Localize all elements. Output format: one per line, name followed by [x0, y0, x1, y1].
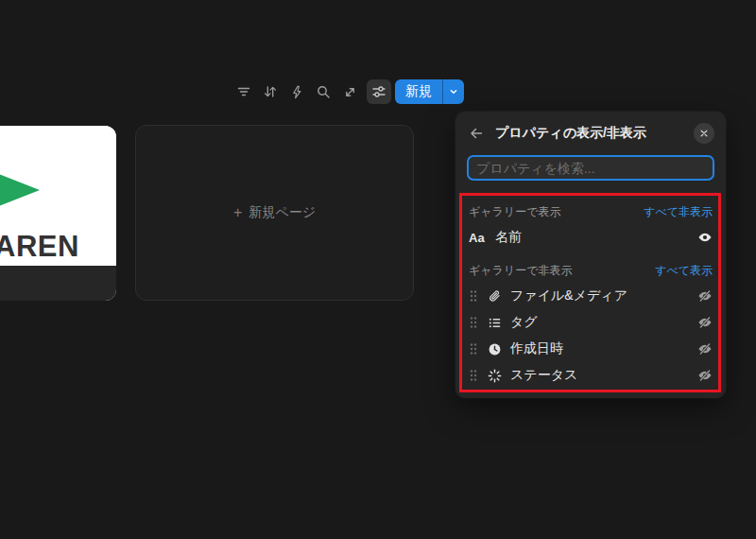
shown-section-header: ギャラリーで表示 すべて非表示	[469, 200, 713, 224]
property-label: 作成日時	[510, 340, 697, 357]
property-row-status[interactable]: ステータス	[469, 362, 713, 389]
back-arrow-icon[interactable]	[469, 126, 484, 141]
filter-icon[interactable]	[232, 79, 256, 104]
hide-all-link[interactable]: すべて非表示	[644, 204, 713, 220]
eye-off-icon[interactable]	[697, 368, 713, 383]
property-label: ステータス	[510, 367, 697, 384]
spinner-icon	[486, 369, 503, 383]
property-row-name[interactable]: Aa 名前	[469, 224, 713, 251]
drag-handle-icon[interactable]	[469, 341, 478, 356]
property-row-tags[interactable]: タグ	[469, 309, 713, 336]
property-list: ギャラリーで表示 すべて非表示 Aa 名前 ギャラリーで非表示 すべて表示	[455, 181, 726, 398]
expand-icon[interactable]	[337, 79, 362, 104]
hidden-section-header: ギャラリーで非表示 すべて表示	[469, 258, 713, 283]
new-page-card[interactable]: + 新規ページ	[135, 125, 414, 301]
section-label: ギャラリーで表示	[469, 204, 560, 220]
drag-handle-icon[interactable]	[469, 315, 478, 330]
bulleted-list-icon	[486, 316, 503, 330]
new-button-label[interactable]: 新規	[395, 79, 442, 104]
view-settings-icon[interactable]	[367, 79, 391, 104]
property-label: 名前	[495, 229, 697, 246]
view-toolbar	[232, 79, 391, 104]
drag-handle-icon[interactable]	[469, 368, 478, 383]
property-row-created-time[interactable]: 作成日時	[469, 336, 713, 362]
chevron-down-icon[interactable]	[443, 79, 464, 104]
clock-icon	[486, 342, 503, 356]
section-label: ギャラリーで非表示	[469, 263, 572, 279]
property-search-box[interactable]	[467, 155, 714, 181]
eye-icon[interactable]	[697, 230, 713, 245]
close-icon[interactable]	[694, 123, 714, 144]
property-row-files[interactable]: ファイル&メディア	[469, 283, 713, 309]
eye-off-icon[interactable]	[697, 288, 713, 304]
show-all-link[interactable]: すべて表示	[655, 263, 713, 279]
panel-header: プロパティの表示/非表示	[455, 112, 726, 155]
property-search-input[interactable]	[476, 161, 705, 176]
play-triangle-logo	[0, 163, 40, 217]
property-label: ファイル&メディア	[510, 287, 697, 304]
card-footer	[0, 266, 116, 301]
drag-handle-icon[interactable]	[469, 288, 478, 304]
card-cover-image: AREN	[0, 126, 116, 266]
property-visibility-panel: プロパティの表示/非表示 ギャラリーで表示 すべて非表示 Aa 名前 ギャラリー…	[455, 112, 726, 398]
new-page-label: 新規ページ	[249, 204, 316, 221]
eye-off-icon[interactable]	[697, 341, 713, 356]
plus-icon: +	[233, 204, 242, 221]
gallery-card-logo[interactable]: AREN	[0, 126, 116, 301]
panel-title: プロパティの表示/非表示	[495, 125, 694, 142]
text-type-icon: Aa	[469, 231, 490, 245]
new-button[interactable]: 新規	[395, 79, 464, 104]
eye-off-icon[interactable]	[697, 315, 713, 330]
app-window: 新規 AREN + 新規ページ プロパティの表示/非表示	[0, 0, 756, 539]
logo-text: AREN	[0, 232, 79, 261]
paperclip-icon	[486, 289, 503, 304]
lightning-icon[interactable]	[284, 79, 309, 104]
search-icon[interactable]	[311, 79, 335, 104]
property-label: タグ	[510, 314, 697, 331]
sort-icon[interactable]	[258, 79, 283, 104]
